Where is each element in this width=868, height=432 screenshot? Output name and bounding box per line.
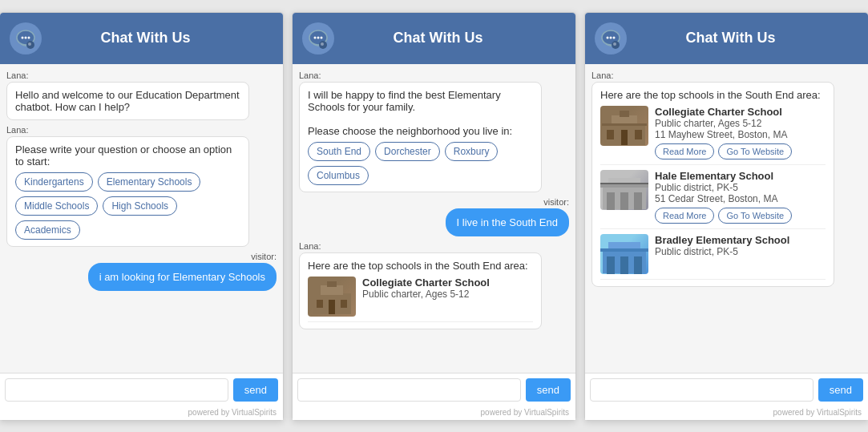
options-grid-1: Kindergartens Elementary Schools Middle …	[15, 172, 240, 240]
school-img-placeholder	[308, 277, 356, 317]
svg-point-5	[28, 42, 31, 46]
svg-rect-14	[327, 281, 337, 287]
chat-icon-2	[302, 22, 334, 55]
svg-rect-16	[329, 300, 335, 314]
option-high-schools[interactable]: High Schools	[103, 196, 177, 216]
school-type-1: Public charter, Ages 5-12	[655, 118, 826, 129]
chat-input-3[interactable]	[590, 378, 813, 402]
visitor-label-1-1: visitor:	[251, 252, 277, 261]
option-kindergartens[interactable]: Kindergartens	[15, 172, 93, 192]
school-actions-1: Read More Go To Website	[655, 143, 826, 159]
chat-widget-2: Chat With Us Lana: I will be happy to fi…	[292, 12, 576, 421]
chat-header-3: Chat With Us	[585, 13, 868, 64]
visitor-message-1-1: visitor: i am looking for Elementary Sch…	[6, 252, 277, 291]
option-dorchester[interactable]: Dorchester	[375, 142, 440, 161]
svg-rect-41	[607, 256, 615, 274]
svg-rect-26	[620, 111, 629, 117]
sender-label-2-1: Lana:	[299, 71, 569, 80]
svg-rect-33	[600, 184, 648, 188]
bot-message-3-1: Lana: Here are the top schools in the So…	[591, 71, 862, 287]
school-type-3: Public district, PK-5	[655, 246, 826, 257]
svg-rect-27	[607, 130, 614, 139]
svg-rect-35	[620, 192, 628, 210]
message-bubble-1-1: Hello and welcome to our Education Depar…	[6, 82, 249, 120]
school-card-1: Collegiate Charter School Public charter…	[600, 101, 826, 165]
option-roxbury[interactable]: Roxbury	[445, 142, 499, 161]
svg-point-3	[28, 36, 30, 38]
chat-title-3: Chat With Us	[635, 30, 826, 46]
svg-rect-43	[634, 256, 642, 274]
read-more-btn-2[interactable]: Read More	[655, 208, 714, 224]
read-more-btn-1[interactable]: Read More	[655, 143, 714, 159]
visitor-bubble-2-1: I live in the South End	[446, 208, 569, 236]
svg-rect-17	[341, 300, 347, 308]
bot-message-1-2: Lana: Please write your question or choo…	[6, 125, 277, 247]
school-name-3: Bradley Elementary School	[655, 234, 826, 246]
chat-widget-1: Chat With Us Lana: Hello and welcome to …	[0, 12, 284, 421]
chat-input-2[interactable]	[297, 378, 521, 402]
chat-input-1[interactable]	[5, 378, 228, 402]
svg-rect-34	[607, 192, 615, 210]
school-preview-card: Collegiate Charter School Public charter…	[308, 272, 533, 322]
school-type-2: Public district, PK-5	[655, 182, 826, 193]
svg-point-9	[321, 36, 323, 38]
option-south-end[interactable]: South End	[308, 142, 370, 161]
bot-message-2-1: Lana: I will be happy to find the best E…	[299, 71, 569, 192]
school-address-1: 11 Mayhew Street, Boston, MA	[655, 129, 826, 140]
chat-icon-1	[10, 22, 42, 55]
svg-point-1	[22, 36, 24, 38]
svg-rect-42	[620, 256, 628, 274]
message-bubble-1-2: Please write your question or choose an …	[6, 136, 249, 247]
option-academics[interactable]: Academics	[15, 220, 80, 240]
school-name-1: Collegiate Charter School	[655, 106, 826, 118]
svg-point-7	[314, 36, 317, 38]
chat-input-area-1: send	[0, 373, 283, 406]
svg-point-2	[25, 36, 27, 38]
svg-rect-28	[621, 130, 628, 145]
school-img-3	[600, 234, 648, 274]
svg-point-23	[613, 42, 616, 46]
sender-label-1-2: Lana:	[6, 125, 277, 135]
chat-messages-2: Lana: I will be happy to find the best E…	[293, 64, 575, 373]
chat-footer-1: powered by VirtualSpirits	[0, 406, 283, 420]
options-grid-2: South End Dorchester Roxbury Columbus	[308, 142, 533, 185]
school-preview-img	[308, 277, 356, 317]
svg-rect-15	[317, 300, 323, 308]
chat-input-area-2: send	[293, 373, 575, 406]
chat-container: Chat With Us Lana: Hello and welcome to …	[0, 0, 868, 432]
school-card-3: Bradley Elementary School Public distric…	[600, 229, 826, 280]
school-name-2: Hale Elementary School	[655, 170, 826, 182]
send-button-3[interactable]: send	[818, 378, 863, 402]
sender-label-3-1: Lana:	[591, 71, 862, 80]
option-middle-schools[interactable]: Middle Schools	[15, 196, 98, 216]
svg-rect-29	[635, 130, 642, 139]
message-bubble-2-2: Here are the top schools in the South En…	[299, 252, 542, 329]
chat-messages-3: Lana: Here are the top schools in the So…	[585, 64, 868, 373]
message-bubble-3-1: Here are the top schools in the South En…	[591, 82, 834, 287]
svg-rect-40	[600, 248, 648, 252]
svg-point-8	[317, 36, 320, 38]
option-elementary-schools[interactable]: Elementary Schools	[98, 172, 201, 192]
sender-label-2-2: Lana:	[299, 241, 569, 251]
chat-title-2: Chat With Us	[342, 30, 534, 46]
school-preview-info: Collegiate Charter School Public charter…	[362, 277, 533, 300]
send-button-1[interactable]: send	[233, 378, 278, 402]
svg-point-20	[610, 36, 612, 38]
chat-footer-3: powered by VirtualSpirits	[585, 406, 868, 420]
school-actions-2: Read More Go To Website	[655, 208, 826, 224]
chat-widget-3: Chat With Us Lana: Here are the top scho…	[584, 12, 868, 421]
go-to-website-btn-2[interactable]: Go To Website	[718, 208, 792, 224]
school-img-1	[600, 106, 648, 146]
visitor-bubble-1-1: i am looking for Elementary Schools	[88, 263, 277, 291]
chat-header-1: Chat With Us	[0, 13, 283, 64]
send-button-2[interactable]: send	[526, 378, 571, 402]
svg-point-19	[607, 36, 609, 38]
bot-message-2-2: Lana: Here are the top schools in the So…	[299, 241, 569, 329]
sender-label-1-1: Lana:	[6, 71, 277, 80]
school-img-2	[600, 170, 648, 210]
option-columbus[interactable]: Columbus	[308, 166, 369, 185]
svg-point-11	[321, 42, 324, 46]
go-to-website-btn-1[interactable]: Go To Website	[718, 143, 792, 159]
chat-header-2: Chat With Us	[293, 13, 575, 64]
school-address-2: 51 Cedar Street, Boston, MA	[655, 193, 826, 204]
